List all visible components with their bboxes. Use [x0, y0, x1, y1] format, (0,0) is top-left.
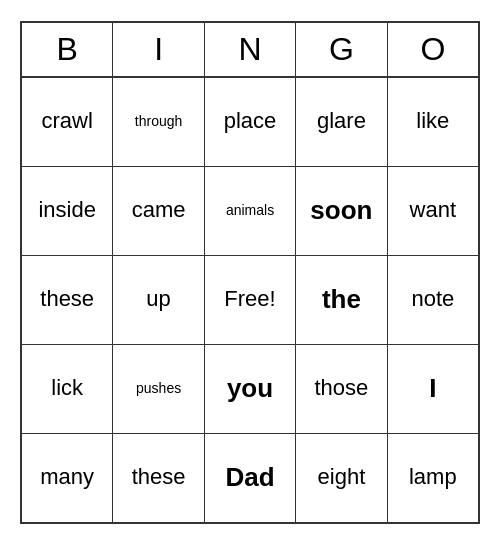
cell-text: the: [322, 284, 361, 315]
bingo-cell: the: [296, 256, 387, 344]
bingo-cell: these: [22, 256, 113, 344]
bingo-cell: note: [388, 256, 478, 344]
bingo-cell: pushes: [113, 345, 204, 433]
bingo-cell: lamp: [388, 434, 478, 522]
cell-text: up: [146, 286, 170, 312]
bingo-cell: I: [388, 345, 478, 433]
header-letter: N: [205, 23, 296, 76]
cell-text: I: [429, 373, 436, 404]
bingo-row: crawlthroughplaceglarelike: [22, 78, 478, 167]
bingo-cell: animals: [205, 167, 296, 255]
bingo-cell: glare: [296, 78, 387, 166]
cell-text: lamp: [409, 464, 457, 490]
bingo-cell: soon: [296, 167, 387, 255]
bingo-cell: these: [113, 434, 204, 522]
bingo-cell: up: [113, 256, 204, 344]
bingo-cell: you: [205, 345, 296, 433]
bingo-cell: eight: [296, 434, 387, 522]
bingo-body: crawlthroughplaceglarelikeinsidecameanim…: [22, 78, 478, 522]
bingo-cell: place: [205, 78, 296, 166]
cell-text: pushes: [136, 380, 181, 397]
cell-text: these: [40, 286, 94, 312]
bingo-card: BINGO crawlthroughplaceglarelikeinsideca…: [20, 21, 480, 524]
bingo-cell: those: [296, 345, 387, 433]
bingo-cell: Dad: [205, 434, 296, 522]
cell-text: through: [135, 113, 182, 130]
cell-text: place: [224, 108, 277, 134]
bingo-row: lickpushesyouthoseI: [22, 345, 478, 434]
cell-text: want: [410, 197, 456, 223]
bingo-row: theseupFree!thenote: [22, 256, 478, 345]
cell-text: Dad: [225, 462, 274, 493]
cell-text: soon: [310, 195, 372, 226]
cell-text: like: [416, 108, 449, 134]
cell-text: inside: [38, 197, 95, 223]
bingo-cell: crawl: [22, 78, 113, 166]
cell-text: lick: [51, 375, 83, 401]
cell-text: you: [227, 373, 273, 404]
bingo-cell: like: [388, 78, 478, 166]
header-letter: O: [388, 23, 478, 76]
cell-text: many: [40, 464, 94, 490]
cell-text: animals: [226, 202, 274, 219]
bingo-cell: lick: [22, 345, 113, 433]
cell-text: eight: [318, 464, 366, 490]
header-letter: B: [22, 23, 113, 76]
header-letter: G: [296, 23, 387, 76]
cell-text: came: [132, 197, 186, 223]
cell-text: glare: [317, 108, 366, 134]
bingo-row: insidecameanimalssoonwant: [22, 167, 478, 256]
bingo-header: BINGO: [22, 23, 478, 78]
cell-text: these: [132, 464, 186, 490]
bingo-cell: want: [388, 167, 478, 255]
bingo-cell: inside: [22, 167, 113, 255]
bingo-row: manytheseDadeightlamp: [22, 434, 478, 522]
bingo-cell: many: [22, 434, 113, 522]
header-letter: I: [113, 23, 204, 76]
bingo-cell: came: [113, 167, 204, 255]
bingo-cell: through: [113, 78, 204, 166]
bingo-cell: Free!: [205, 256, 296, 344]
cell-text: Free!: [224, 286, 275, 312]
cell-text: those: [315, 375, 369, 401]
cell-text: note: [411, 286, 454, 312]
cell-text: crawl: [42, 108, 93, 134]
